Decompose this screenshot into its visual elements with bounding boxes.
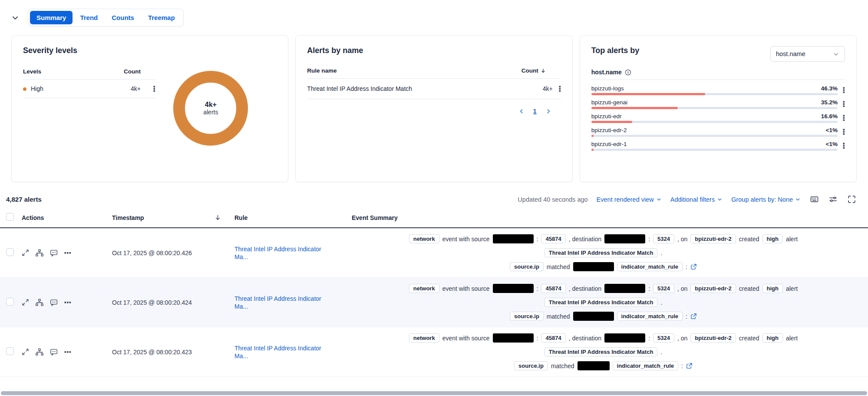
- rule-name-badge[interactable]: Threat Intel IP Address Indicator Match: [545, 298, 658, 307]
- panel-title: Severity levels: [23, 46, 277, 55]
- more-actions-icon[interactable]: [64, 301, 71, 304]
- dest-port-badge[interactable]: 5324: [653, 333, 674, 343]
- severity-badge[interactable]: high: [762, 333, 783, 343]
- tab-treemap[interactable]: Treemap: [142, 11, 182, 24]
- field-badge[interactable]: source.ip: [514, 361, 548, 370]
- tab-counts[interactable]: Counts: [105, 11, 141, 24]
- alerts-grid-toolbar: 4,827 alerts Updated 40 seconds ago Even…: [6, 195, 857, 203]
- abn-col-rule-name[interactable]: Rule name: [307, 67, 337, 74]
- page-number-button[interactable]: 1: [533, 108, 537, 115]
- host-pct: 46.3%: [821, 85, 838, 92]
- redacted-source-ip: [493, 333, 534, 343]
- dest-port-badge[interactable]: 5324: [653, 234, 674, 243]
- dest-port-badge[interactable]: 5324: [653, 284, 674, 293]
- expand-alert-icon[interactable]: [22, 249, 29, 256]
- top-alerts-field-select[interactable]: host.name: [770, 46, 845, 62]
- row-menu-dots-icon[interactable]: [843, 115, 845, 121]
- row-menu-dots-icon[interactable]: [153, 86, 155, 92]
- pagination: 1: [307, 108, 561, 115]
- select-all-checkbox[interactable]: [6, 213, 14, 221]
- event-category-badge[interactable]: network: [409, 284, 439, 293]
- severity-badge[interactable]: high: [762, 284, 783, 293]
- abn-rule-count: 4k+: [543, 85, 553, 92]
- external-link-icon[interactable]: [690, 263, 697, 270]
- session-view-icon[interactable]: [50, 249, 58, 257]
- analyzer-graph-icon[interactable]: [36, 249, 43, 257]
- host-name[interactable]: bpizzuti-genai: [591, 99, 627, 106]
- session-view-icon[interactable]: [50, 348, 58, 356]
- abn-col-count[interactable]: Count: [521, 67, 538, 74]
- col-timestamp[interactable]: Timestamp: [112, 214, 144, 221]
- source-port-badge[interactable]: 45874: [541, 284, 565, 293]
- row-menu-dots-icon[interactable]: [559, 86, 561, 92]
- host-name[interactable]: bpizzuti-edr-1: [591, 141, 627, 147]
- host-badge[interactable]: bpizzuti-edr-2: [690, 284, 736, 293]
- source-port-badge[interactable]: 45874: [541, 333, 565, 343]
- expand-alert-icon[interactable]: [22, 299, 29, 306]
- event-summary: network event with source : 45874 , dest…: [336, 279, 868, 326]
- event-rendered-view-selector[interactable]: Event rendered view: [597, 196, 662, 203]
- info-icon[interactable]: [625, 69, 631, 76]
- more-actions-icon[interactable]: [64, 351, 71, 353]
- analyzer-graph-icon[interactable]: [36, 348, 43, 356]
- group-alerts-by-menu[interactable]: Group alerts by: None: [731, 196, 801, 203]
- fullscreen-icon[interactable]: [847, 195, 857, 203]
- rule-link[interactable]: Threat Intel IP Address Indicator Ma...: [234, 345, 321, 359]
- row-menu-dots-icon[interactable]: [843, 87, 845, 93]
- additional-filters-menu[interactable]: Additional filters: [670, 196, 723, 203]
- sort-desc-arrow-icon[interactable]: [215, 214, 221, 221]
- indicator-rule-badge[interactable]: indicator_match_rule: [617, 262, 683, 271]
- row-checkbox[interactable]: [6, 298, 14, 306]
- row-checkbox[interactable]: [6, 347, 14, 355]
- prev-page-chevron-icon[interactable]: [518, 108, 525, 114]
- col-rule[interactable]: Rule: [234, 214, 248, 221]
- grid-settings-sliders-icon[interactable]: [828, 195, 838, 203]
- col-event-summary: Event Summary: [336, 214, 868, 221]
- tab-summary[interactable]: Summary: [30, 11, 73, 24]
- rule-name-badge[interactable]: Threat Intel IP Address Indicator Match: [545, 347, 658, 356]
- severity-level-label: High: [31, 85, 43, 92]
- host-name[interactable]: bpizzuti-edr-2: [591, 127, 627, 133]
- field-badge[interactable]: source.ip: [510, 262, 544, 271]
- row-actions: [19, 249, 93, 257]
- source-port-badge[interactable]: 45874: [541, 234, 565, 243]
- host-badge[interactable]: bpizzuti-edr-2: [690, 333, 736, 343]
- external-link-icon[interactable]: [690, 313, 697, 319]
- row-menu-dots-icon[interactable]: [843, 143, 845, 149]
- severity-badge[interactable]: high: [762, 234, 783, 243]
- host-badge[interactable]: bpizzuti-edr-2: [690, 234, 736, 243]
- redacted-matched-value: [573, 312, 614, 321]
- rule-name-badge[interactable]: Threat Intel IP Address Indicator Match: [545, 248, 658, 257]
- tab-trend[interactable]: Trend: [73, 11, 104, 24]
- top-alert-item: bpizzuti-edr-1 <1%: [591, 141, 845, 151]
- chevron-down-icon: [717, 196, 723, 202]
- row-menu-dots-icon[interactable]: [843, 101, 845, 107]
- keyboard-shortcuts-icon[interactable]: [809, 195, 819, 203]
- analyzer-graph-icon[interactable]: [36, 299, 43, 306]
- horizontal-scrollbar[interactable]: [1, 391, 867, 395]
- alert-row: Oct 17, 2025 @ 08:00:20.426 Threat Intel…: [0, 228, 868, 278]
- event-category-badge[interactable]: network: [409, 234, 439, 243]
- collapse-chevron-icon[interactable]: [11, 14, 19, 22]
- host-bar-track: [591, 93, 838, 95]
- row-menu-dots-icon[interactable]: [843, 129, 845, 135]
- summary-panels: Severity levels Levels Count High 4k+: [11, 35, 857, 182]
- indicator-rule-badge[interactable]: indicator_match_rule: [617, 312, 683, 321]
- alert-row: Oct 17, 2025 @ 08:00:20.424 Threat Intel…: [0, 278, 868, 327]
- row-checkbox[interactable]: [6, 248, 14, 256]
- external-link-icon[interactable]: [686, 363, 693, 369]
- host-name[interactable]: bpizzuti-logs: [591, 85, 624, 92]
- severity-donut-chart[interactable]: 4k+ alerts: [173, 71, 248, 146]
- row-actions: [19, 348, 93, 356]
- more-actions-icon[interactable]: [64, 252, 71, 254]
- next-page-chevron-icon[interactable]: [545, 108, 551, 114]
- event-category-badge[interactable]: network: [409, 333, 439, 343]
- expand-alert-icon[interactable]: [22, 348, 29, 356]
- indicator-rule-badge[interactable]: indicator_match_rule: [613, 361, 679, 370]
- host-name[interactable]: bpizzuti-edr: [591, 113, 622, 120]
- session-view-icon[interactable]: [50, 299, 58, 306]
- divider: [591, 80, 845, 80]
- field-badge[interactable]: source.ip: [510, 312, 544, 321]
- rule-link[interactable]: Threat Intel IP Address Indicator Ma...: [234, 246, 321, 260]
- rule-link[interactable]: Threat Intel IP Address Indicator Ma...: [234, 295, 321, 310]
